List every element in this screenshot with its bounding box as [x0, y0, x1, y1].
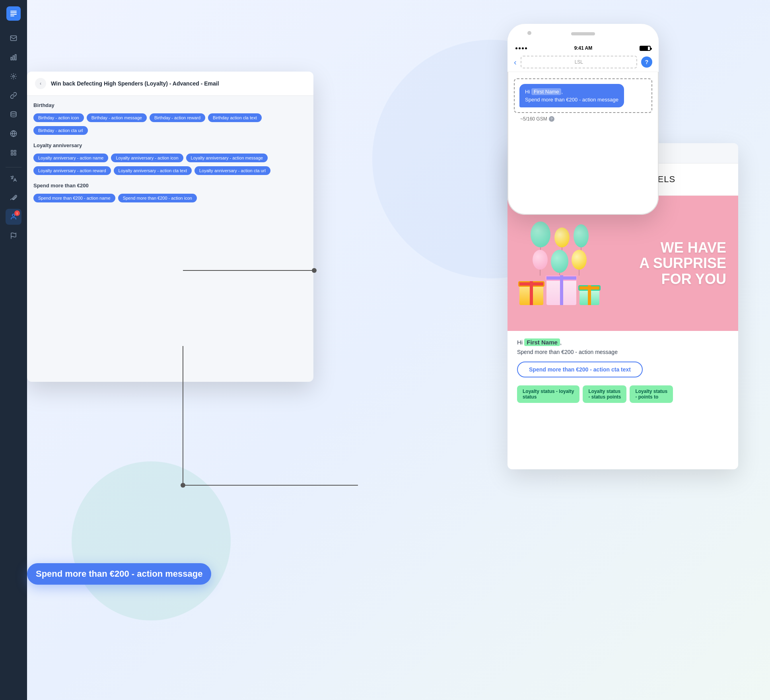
birthday-chips-row: Birthday - action icon Birthday - action…	[33, 112, 307, 136]
email-body: Hi First Name, Spend more than €200 - ac…	[508, 331, 738, 411]
loyalty-anniversary-section-title: Loyalty anniversary	[33, 142, 307, 148]
tooltip-bubble: Spend more than €200 - action message	[27, 563, 211, 585]
signal-dot-3	[522, 47, 524, 49]
balloon-yellow	[554, 228, 570, 247]
balloon-pink-1	[533, 250, 548, 270]
gift-2-ribbon-h	[546, 276, 576, 280]
sidebar-icon-chart[interactable]	[6, 49, 21, 65]
phone-back-arrow[interactable]: ‹	[514, 58, 517, 67]
gift-2-ribbon-v	[560, 275, 563, 305]
tooltip-text: Spend more than €200 - action message	[36, 569, 202, 579]
phone-content: Hi First Name, Spend more than €200 - ac…	[508, 72, 659, 128]
svg-rect-0	[11, 36, 17, 41]
notification-badge: 1	[14, 210, 20, 216]
phone-status-bar: 9:41 AM	[508, 44, 659, 52]
phone-battery	[640, 46, 651, 51]
sms-hi: Hi	[525, 89, 530, 95]
email-loyalty-chips: Loyalty status - loyaltystatus Loyalty s…	[517, 385, 729, 403]
gift-boxes	[519, 275, 599, 305]
sidebar-logo[interactable]	[6, 6, 21, 21]
phone-signal	[515, 47, 527, 49]
phone-mockup: 9:41 AM ‹ LSL ? Hi First Name, Spend mor…	[508, 24, 659, 215]
balloons-group	[519, 222, 599, 305]
chip-birthday-action-cta-text[interactable]: Birthday action cla text	[208, 113, 262, 122]
loyalty-chip-3: Loyalty status- points to	[630, 385, 673, 403]
sidebar-icon-link[interactable]	[6, 88, 21, 103]
sms-bubble-container: Hi First Name, Spend more than €200 - ac…	[514, 78, 652, 113]
back-button[interactable]: ‹	[35, 78, 46, 89]
sidebar-icon-mail[interactable]	[6, 30, 21, 46]
gift-2	[546, 275, 576, 305]
chip-birthday-action-message[interactable]: Birthday - action message	[87, 113, 147, 122]
chip-spend-action-name[interactable]: Spend more than €200 - action name	[33, 194, 115, 202]
chip-loyalty-action-cta-text[interactable]: Loyalty anniversary - action cta text	[114, 166, 192, 175]
phone-camera	[527, 31, 531, 35]
loyalty-chip-1: Loyalty status - loyaltystatus	[517, 385, 579, 403]
chip-loyalty-action-cta-url[interactable]: Loyalty anniversary - action cta url	[194, 166, 270, 175]
chip-loyalty-action-icon[interactable]: Loyalty anniversary - action icon	[111, 154, 183, 162]
hero-headline: WE HAVE A SURPRISE FOR YOU	[639, 240, 726, 287]
sms-action-message: Spend more than €200 - action message	[525, 97, 618, 103]
svg-rect-3	[15, 54, 16, 60]
birthday-section-title: Birthday	[33, 102, 307, 108]
chip-spend-action-icon[interactable]: Spend more than €200 - action icon	[118, 194, 197, 202]
variables-panel: Birthday Birthday - action icon Birthday…	[27, 96, 313, 382]
spend-section-title: Spend more than €200	[33, 183, 307, 189]
email-greeting: Hi First Name,	[517, 339, 729, 346]
email-action-message: Spend more than €200 - action message	[517, 349, 729, 355]
signal-dot-4	[525, 47, 527, 49]
phone-nav-bar: ‹ LSL ?	[508, 52, 659, 72]
gift-1-ribbon-h	[519, 282, 543, 286]
sidebar-icon-translate[interactable]	[6, 171, 21, 187]
spend-chips-row: Spend more than €200 - action name Spend…	[33, 192, 307, 204]
svg-point-5	[11, 112, 16, 114]
sidebar-icon-settings[interactable]	[6, 68, 21, 84]
sidebar-icon-database[interactable]	[6, 107, 21, 122]
phone-battery-fill	[640, 47, 648, 50]
gift-3	[579, 285, 599, 305]
gift-1	[519, 281, 543, 305]
balloons-bottom-row	[533, 250, 587, 273]
email-cta-button[interactable]: Spend more than €200 - action cta text	[517, 362, 643, 377]
svg-rect-9	[11, 154, 13, 156]
svg-rect-8	[14, 150, 16, 152]
svg-rect-1	[11, 57, 12, 60]
chip-birthday-action-cta-url[interactable]: Birthday - action cta url	[33, 126, 88, 135]
svg-rect-7	[11, 150, 13, 152]
phone-address-bar[interactable]: LSL	[521, 56, 637, 68]
phone-address-text: LSL	[575, 59, 583, 65]
balloon-mint-3	[551, 250, 568, 273]
loyalty-chip-2: Loyalty status- status points	[583, 385, 626, 403]
chip-loyalty-action-message[interactable]: Loyalty anniversary - action message	[186, 154, 268, 162]
chip-birthday-action-reward[interactable]: Birthday - action reward	[150, 113, 205, 122]
gsm-info-icon: ?	[549, 116, 554, 122]
phone-gsm-info: ~5/160 GSM ?	[514, 116, 652, 122]
sms-bubble: Hi First Name, Spend more than €200 - ac…	[519, 84, 624, 107]
phone-help-button[interactable]: ?	[641, 56, 652, 68]
greeting-firstname: First Name	[524, 338, 560, 346]
signal-dot-1	[515, 47, 517, 49]
signal-dot-2	[519, 47, 521, 49]
bg-circle-green	[72, 461, 231, 620]
chip-birthday-action-icon[interactable]: Birthday - action icon	[33, 113, 84, 122]
sidebar-icon-globe[interactable]	[6, 126, 21, 142]
chip-loyalty-action-name[interactable]: Loyalty anniversary - action name	[33, 154, 108, 162]
svg-point-4	[13, 76, 15, 78]
email-hero-text: WE HAVE A SURPRISE FOR YOU	[639, 240, 726, 287]
svg-rect-10	[14, 154, 16, 156]
balloon-mint-2	[574, 224, 589, 247]
sidebar-divider	[6, 167, 21, 167]
sidebar-icon-user[interactable]: 1	[6, 209, 21, 225]
sidebar: 1	[0, 0, 27, 700]
email-hero: WE HAVE A SURPRISE FOR YOU	[508, 196, 738, 331]
phone-notch	[508, 24, 659, 44]
loyalty-anniversary-chips-row: Loyalty anniversary - action name Loyalt…	[33, 152, 307, 176]
sidebar-icon-layers[interactable]	[6, 145, 21, 161]
sms-firstname-chip: First Name	[531, 88, 562, 95]
chip-loyalty-action-reward[interactable]: Loyalty anniversary - action reward	[33, 166, 111, 175]
sidebar-icon-brush[interactable]	[6, 190, 21, 206]
greeting-hi: Hi	[517, 339, 523, 346]
svg-rect-2	[13, 56, 14, 60]
sidebar-icon-flag[interactable]	[6, 228, 21, 244]
app-window: ‹ Win back Defecting High Spenders (Loya…	[27, 72, 313, 382]
